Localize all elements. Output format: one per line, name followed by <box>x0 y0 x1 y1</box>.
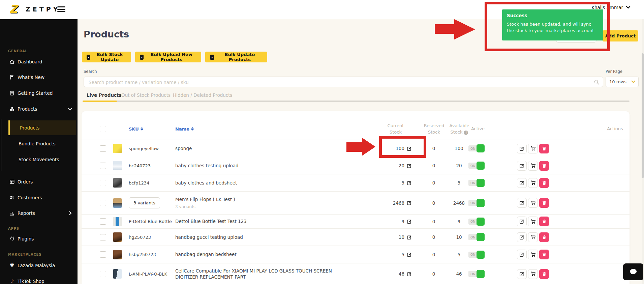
active-toggle[interactable]: ON <box>468 270 485 278</box>
chat-widget-button[interactable] <box>623 263 643 280</box>
edit-stock-icon[interactable] <box>407 219 412 224</box>
sidebar-item-whats-new[interactable]: What's New <box>0 72 78 82</box>
sidebar-subitem-bundle-products[interactable]: Bundle Products <box>8 139 75 149</box>
delete-product-button[interactable] <box>539 144 549 153</box>
users-icon <box>9 195 15 201</box>
edit-product-button[interactable] <box>517 144 527 153</box>
sidebar-section-marketplaces: MARKETPLACES <box>8 253 41 256</box>
delete-product-button[interactable] <box>539 217 549 226</box>
search-input[interactable] <box>88 77 591 87</box>
cart-button[interactable] <box>528 250 538 259</box>
select-all-checkbox[interactable] <box>100 126 106 132</box>
active-toggle[interactable]: ON <box>468 218 485 225</box>
app-root: Z ZETPY Khalis Ammar GENERAL Dashboard W… <box>0 0 644 284</box>
active-toggle[interactable]: ON <box>468 145 485 152</box>
chevron-right-icon <box>69 210 72 217</box>
row-checkbox[interactable] <box>100 234 106 240</box>
cart-button[interactable] <box>528 269 538 279</box>
sidebar-item-plugins[interactable]: Plugins <box>0 234 78 244</box>
active-toggle[interactable]: ON <box>468 199 485 207</box>
edit-stock-icon[interactable] <box>407 163 412 168</box>
row-checkbox[interactable] <box>100 163 106 169</box>
row-checkbox[interactable] <box>100 200 106 206</box>
edit-icon <box>519 272 524 277</box>
sidebar-item-getting-started[interactable]: Getting Started <box>0 88 78 98</box>
cart-button[interactable] <box>528 144 538 153</box>
cart-icon <box>530 252 536 257</box>
delete-product-button[interactable] <box>539 198 549 208</box>
delete-product-button[interactable] <box>539 250 549 259</box>
cart-button[interactable] <box>528 232 538 242</box>
tab-hidden-deleted-products[interactable]: Hidden / Deleted Products <box>173 92 233 98</box>
sidebar-item-reports[interactable]: Reports <box>0 208 78 218</box>
tab-out-of-stock-products[interactable]: Out of Stock Products <box>121 92 171 98</box>
reserved-stock-value: 0 <box>419 263 449 284</box>
cart-icon <box>530 219 536 224</box>
bulk-update-products-button[interactable]: x Bulk Update Products <box>205 52 267 62</box>
delete-product-button[interactable] <box>539 269 549 279</box>
per-page-select[interactable]: 10 rows <box>606 77 639 87</box>
edit-stock-icon[interactable] <box>407 235 412 240</box>
sidebar-item-orders[interactable]: Orders <box>0 177 78 187</box>
toggle-knob <box>477 251 485 259</box>
excel-file-icon: x <box>87 55 90 60</box>
row-checkbox[interactable] <box>100 180 106 186</box>
sku-cell: L-XMI-PLAY-O-BLK <box>129 263 179 284</box>
products-table-card: SKU Name Current Stock Reserved Stock Av… <box>82 111 630 284</box>
sidebar-subitem-stock-movements[interactable]: Stock Movements <box>8 154 75 165</box>
active-toggle[interactable]: ON <box>468 251 485 258</box>
sidebar-item-customers[interactable]: Customers <box>0 193 78 203</box>
row-checkbox[interactable] <box>100 218 106 225</box>
cart-icon <box>530 146 536 151</box>
sidebar-item-lazada[interactable]: ♥ Lazada Malaysia <box>0 260 78 271</box>
edit-product-button[interactable] <box>517 232 527 242</box>
edit-stock-icon[interactable] <box>407 180 412 186</box>
annotation-box-stock <box>379 136 426 158</box>
edit-stock-icon[interactable] <box>407 252 412 257</box>
edit-product-button[interactable] <box>517 178 527 188</box>
active-toggle[interactable]: ON <box>468 233 485 241</box>
row-checkbox[interactable] <box>100 271 106 277</box>
home-icon <box>9 59 15 65</box>
edit-product-button[interactable] <box>517 269 527 279</box>
edit-product-button[interactable] <box>517 250 527 259</box>
cart-button[interactable] <box>528 178 538 188</box>
name-sort-header[interactable]: Name <box>175 126 194 132</box>
row-checkbox[interactable] <box>100 251 106 258</box>
variants-note: 3 variants <box>175 204 195 209</box>
row-checkbox[interactable] <box>100 145 106 152</box>
edit-stock-icon[interactable] <box>407 200 412 205</box>
brand-name: ZETPY <box>26 5 60 13</box>
delete-product-button[interactable] <box>539 232 549 242</box>
active-toggle[interactable]: ON <box>468 179 485 187</box>
active-tab-underline <box>83 101 117 102</box>
annotation-arrow-toast-head <box>454 19 475 39</box>
hamburger-menu-icon[interactable] <box>57 6 65 12</box>
variants-button[interactable]: 3 variants <box>129 197 160 208</box>
product-thumbnail <box>113 217 122 226</box>
sidebar-item-products[interactable]: Products <box>0 104 78 114</box>
bulk-upload-new-products-button[interactable]: x Bulk Upload New Products <box>135 52 201 62</box>
edit-product-button[interactable] <box>517 161 527 171</box>
edit-product-button[interactable] <box>517 217 527 226</box>
table-row: hsbp250723 handbag dengan bedsheet 5 0 5… <box>82 246 630 263</box>
delete-product-button[interactable] <box>539 178 549 188</box>
edit-icon <box>519 163 524 168</box>
delete-product-button[interactable] <box>539 161 549 171</box>
cart-button[interactable] <box>528 161 538 171</box>
sidebar-item-dashboard[interactable]: Dashboard <box>0 57 78 67</box>
sidebar-item-tiktok[interactable]: ♪ TikTok Shop <box>0 276 78 284</box>
cart-button[interactable] <box>528 198 538 208</box>
sidebar-subitem-products-active[interactable]: Products <box>8 120 76 135</box>
cart-button[interactable] <box>528 217 538 226</box>
sku-sort-header[interactable]: SKU <box>129 126 143 132</box>
edit-stock-icon[interactable] <box>407 272 412 277</box>
bulk-stock-update-button[interactable]: x Bulk Stock Update <box>82 52 131 62</box>
tab-live-products[interactable]: Live Products <box>87 92 121 98</box>
name-cell: CellCare Compatible For XIAOMI MI PLAY L… <box>175 263 334 284</box>
edit-product-button[interactable] <box>517 198 527 208</box>
active-toggle[interactable]: ON <box>468 162 485 169</box>
scrollbar-thumb[interactable] <box>642 53 644 178</box>
trash-icon <box>542 180 547 186</box>
table-row: hg250723 handbag gucci testing upload 10… <box>82 229 630 246</box>
